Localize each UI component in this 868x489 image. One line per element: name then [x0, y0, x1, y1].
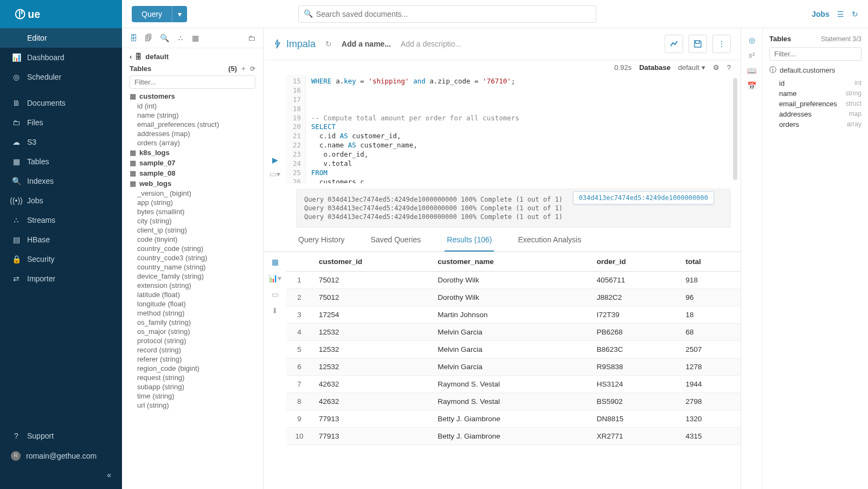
- add-name-input[interactable]: Add a name...: [342, 40, 391, 48]
- apps-icon[interactable]: ▦: [192, 34, 199, 42]
- column-item[interactable]: bytes (smallint): [137, 207, 255, 216]
- add-description-input[interactable]: Add a descriptio...: [401, 40, 461, 48]
- engine-selector[interactable]: Impala: [273, 38, 316, 50]
- column-item[interactable]: device_family (string): [137, 272, 255, 281]
- table-sample_07[interactable]: ▦ sample_07: [130, 158, 255, 168]
- presentation-mode-icon[interactable]: ▭▾: [269, 170, 280, 178]
- nav-item-streams[interactable]: ⛬Streams: [0, 210, 122, 230]
- documents-source-icon[interactable]: 🗀: [248, 34, 255, 42]
- nav-item-editor[interactable]: Editor: [0, 28, 122, 48]
- column-header[interactable]: customer_id: [312, 252, 431, 272]
- add-table-icon[interactable]: ＋: [240, 64, 247, 73]
- help-icon[interactable]: ?: [727, 63, 731, 72]
- nav-item-jobs[interactable]: ((•))Jobs: [0, 191, 122, 210]
- column-item[interactable]: subapp (string): [137, 382, 255, 391]
- sql-editor[interactable]: 1516171819202122232425262728 WHERE a.key…: [286, 75, 741, 183]
- nav-item-security[interactable]: 🔒Security: [0, 249, 122, 269]
- tables-filter-input[interactable]: [130, 75, 255, 89]
- column-item[interactable]: region_code (bigint): [137, 364, 255, 373]
- hdfs-source-icon[interactable]: 🗐: [145, 34, 152, 42]
- refresh-tables-icon[interactable]: ⟳: [250, 65, 255, 73]
- column-header[interactable]: customer_name: [431, 252, 590, 272]
- result-tab-2[interactable]: Results (106): [445, 235, 494, 252]
- table-row[interactable]: 317254Martin JohnsonI72T3918: [286, 306, 741, 324]
- column-item[interactable]: country_code3 (string): [137, 253, 255, 262]
- table-sample_08[interactable]: ▦ sample_08: [130, 168, 255, 178]
- grid-view-icon[interactable]: ▦: [272, 258, 279, 266]
- table-k8s_logs[interactable]: ▦ k8s_logs: [130, 147, 255, 158]
- result-tab-0[interactable]: Query History: [296, 235, 347, 252]
- column-item[interactable]: os_major (string): [137, 327, 255, 336]
- sitemap-icon[interactable]: ⛬: [177, 34, 184, 42]
- search-input[interactable]: [298, 5, 596, 23]
- assistant-tab-icon[interactable]: ◎: [749, 36, 755, 44]
- nav-item-importer[interactable]: ⇄Importer: [0, 269, 122, 288]
- jobs-link[interactable]: Jobs: [812, 10, 830, 18]
- query-dropdown-caret[interactable]: ▾: [172, 6, 187, 22]
- reload-editor-icon[interactable]: ↻: [325, 35, 332, 53]
- table-row[interactable]: 1077913Betty J. GiambroneXR27714315: [286, 428, 741, 445]
- nav-item-s3[interactable]: ☁S3: [0, 132, 122, 152]
- search-source-icon[interactable]: 🔍: [160, 34, 169, 42]
- column-item[interactable]: country_code (string): [137, 244, 255, 253]
- assist-column[interactable]: idint: [779, 78, 861, 88]
- table-row[interactable]: 512532Melvin GarciaB8623C2507: [286, 341, 741, 358]
- save-button[interactable]: [689, 35, 707, 53]
- nav-item-files[interactable]: 🗀Files: [0, 113, 122, 132]
- more-menu-button[interactable]: ⋮: [712, 35, 731, 53]
- assist-breadcrumb[interactable]: ‹ 🗄 default: [130, 53, 255, 61]
- table-web_logs[interactable]: ▦ web_logs: [130, 178, 255, 189]
- history-icon[interactable]: ↻: [852, 10, 858, 18]
- assist-column[interactable]: email_preferencesstruct: [779, 99, 861, 109]
- result-tab-1[interactable]: Saved Queries: [369, 235, 423, 252]
- columns-view-icon[interactable]: ▭: [272, 290, 279, 299]
- nav-item-tables[interactable]: ▦Tables: [0, 152, 122, 171]
- result-tab-3[interactable]: Execution Analysis: [516, 235, 583, 252]
- assist-right-table[interactable]: ⓘ default.customers: [769, 65, 861, 75]
- column-item[interactable]: request (string): [137, 373, 255, 382]
- nav-item-hbase[interactable]: ▤HBase: [0, 230, 122, 249]
- column-item[interactable]: code (tinyint): [137, 235, 255, 244]
- chart-button[interactable]: [665, 35, 683, 53]
- assist-column[interactable]: addressesmap: [779, 109, 861, 119]
- db-source-icon[interactable]: 🗄: [130, 34, 137, 42]
- settings-icon[interactable]: ⚙: [713, 63, 719, 72]
- column-item[interactable]: latitude (float): [137, 290, 255, 299]
- nav-item-indexes[interactable]: 🔍Indexes: [0, 171, 122, 191]
- column-item[interactable]: id (int): [137, 101, 255, 111]
- column-item[interactable]: addresses (map): [137, 129, 255, 138]
- column-item[interactable]: app (string): [137, 198, 255, 207]
- column-item[interactable]: time (string): [137, 391, 255, 401]
- schedule-tab-icon[interactable]: 📅: [747, 81, 756, 90]
- column-header[interactable]: order_id: [590, 252, 679, 272]
- table-row[interactable]: 842632Raymond S. VestalBS59022798: [286, 393, 741, 410]
- table-row[interactable]: 175012Dorothy Wilk4056711918: [286, 272, 741, 289]
- sidebar-collapse-icon[interactable]: «: [0, 466, 122, 484]
- column-item[interactable]: name (string): [137, 111, 255, 120]
- download-icon[interactable]: ⬇: [272, 306, 278, 315]
- table-row[interactable]: 742632Raymond S. VestalHS31241944: [286, 376, 741, 393]
- chart-view-icon[interactable]: 📊▾: [268, 274, 281, 282]
- column-item[interactable]: protocol (string): [137, 336, 255, 345]
- database-selector[interactable]: default ▾: [678, 63, 705, 72]
- table-row[interactable]: 612532Melvin GarciaR9S8381278: [286, 358, 741, 376]
- column-item[interactable]: os_family (string): [137, 318, 255, 327]
- assist-column[interactable]: ordersarray: [779, 119, 861, 130]
- table-row[interactable]: 275012Dorothy WilkJ882C296: [286, 289, 741, 306]
- column-item[interactable]: email_preferences (struct): [137, 120, 255, 129]
- nav-support[interactable]: ?Support: [0, 426, 122, 446]
- table-customers[interactable]: ▦ customers: [130, 91, 255, 101]
- column-item[interactable]: method (string): [137, 308, 255, 318]
- nav-item-scheduler[interactable]: ◎Scheduler: [0, 67, 122, 87]
- column-item[interactable]: client_ip (string): [137, 226, 255, 235]
- table-row[interactable]: 977913Betty J. GiambroneDN88151320: [286, 410, 741, 428]
- run-query-button[interactable]: ▶: [272, 156, 278, 164]
- column-item[interactable]: record (string): [137, 345, 255, 355]
- column-header[interactable]: total: [679, 252, 741, 272]
- query-button[interactable]: Query: [132, 6, 172, 22]
- column-item[interactable]: orders (array): [137, 138, 255, 147]
- column-item[interactable]: city (string): [137, 216, 255, 226]
- column-item[interactable]: _version_ (bigint): [137, 189, 255, 198]
- table-row[interactable]: 412532Melvin GarciaPB626868: [286, 324, 741, 341]
- language-ref-tab-icon[interactable]: 📖: [747, 66, 756, 75]
